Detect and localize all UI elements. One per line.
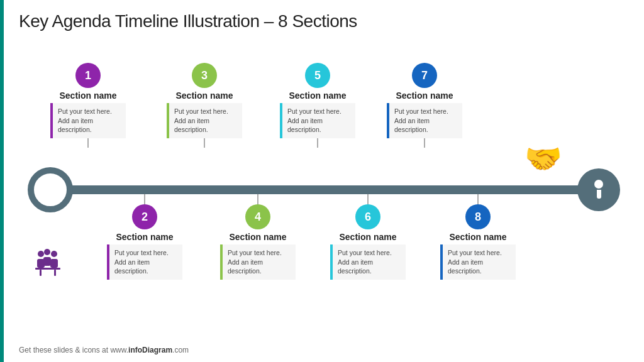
connector-above-7 (424, 138, 425, 148)
section-item-5: 5 Section name Put your text here. Add a… (277, 63, 358, 148)
section-item-6: 6 Section name Put your text here. Add a… (327, 194, 409, 280)
section-text-1: Put your text here. Add an item descript… (50, 103, 126, 138)
connector-above-3 (204, 138, 205, 148)
number-circle-1: 1 (75, 63, 101, 88)
section-text-8: Put your text here. Add an item descript… (440, 244, 516, 280)
number-circle-4: 4 (245, 204, 270, 229)
section-label-2: Section name (116, 232, 173, 242)
key-circle-left (28, 167, 73, 212)
number-circle-3: 3 (192, 63, 217, 88)
section-item-1: 1 Section name Put your text here. Add a… (47, 63, 129, 148)
key-bar (50, 185, 591, 194)
svg-rect-8 (54, 270, 56, 276)
section-label-3: Section name (175, 90, 233, 101)
section-item-8: 8 Section name Put your text here. Add a… (437, 194, 519, 280)
connector-above-1 (87, 138, 89, 148)
footer-brand: infoDiagram (128, 346, 172, 354)
section-text-2: Put your text here. Add an item descript… (107, 244, 182, 280)
number-circle-8: 8 (465, 204, 491, 229)
svg-rect-3 (50, 259, 58, 268)
footer-suffix: .com (172, 346, 189, 354)
accent-bar (0, 0, 4, 362)
section-label-6: Section name (339, 232, 396, 242)
section-text-6: Put your text here. Add an item descript… (330, 244, 406, 280)
section-text-4: Put your text here. Add an item descript… (220, 244, 296, 280)
svg-rect-7 (40, 270, 42, 276)
section-label-7: Section name (396, 90, 453, 101)
section-text-7: Put your text here. Add an item descript… (387, 103, 462, 138)
number-circle-2: 2 (132, 204, 157, 229)
svg-point-2 (51, 251, 57, 257)
page: Key Agenda Timeline Illustration – 8 Sec… (0, 0, 644, 362)
svg-rect-6 (35, 268, 60, 270)
section-text-5: Put your text here. Add an item descript… (280, 103, 355, 138)
connector-below-4 (257, 194, 258, 204)
connector-below-8 (477, 194, 479, 204)
svg-point-0 (38, 251, 44, 257)
section-item-7: 7 Section name Put your text here. Add a… (384, 63, 465, 148)
section-label-8: Section name (449, 232, 506, 242)
svg-point-4 (44, 249, 50, 255)
key-end (577, 168, 620, 211)
number-circle-6: 6 (355, 204, 380, 229)
page-title: Key Agenda Timeline Illustration – 8 Sec… (19, 11, 357, 31)
section-item-4: 4 Section name Put your text here. Add a… (217, 194, 299, 280)
connector-below-2 (144, 194, 145, 204)
section-label-1: Section name (59, 90, 116, 101)
timeline-container: 🤝 1 Section name (19, 63, 625, 302)
people-icon (30, 245, 65, 287)
footer-prefix: Get these slides & icons at www. (19, 346, 128, 354)
section-label-4: Section name (229, 232, 286, 242)
number-circle-7: 7 (412, 63, 437, 88)
keyhole-icon (592, 180, 605, 200)
svg-rect-5 (43, 257, 51, 266)
connector-above-5 (317, 138, 318, 148)
section-label-5: Section name (289, 90, 346, 101)
number-circle-5: 5 (305, 63, 330, 88)
handshake-icon: 🤝 (525, 141, 562, 177)
section-text-3: Put your text here. Add an item descript… (167, 103, 242, 138)
connector-below-6 (367, 194, 369, 204)
footer: Get these slides & icons at www.infoDiag… (19, 346, 189, 354)
section-item-2: 2 Section name Put your text here. Add a… (104, 194, 186, 280)
section-item-3: 3 Section name Put your text here. Add a… (164, 63, 245, 148)
